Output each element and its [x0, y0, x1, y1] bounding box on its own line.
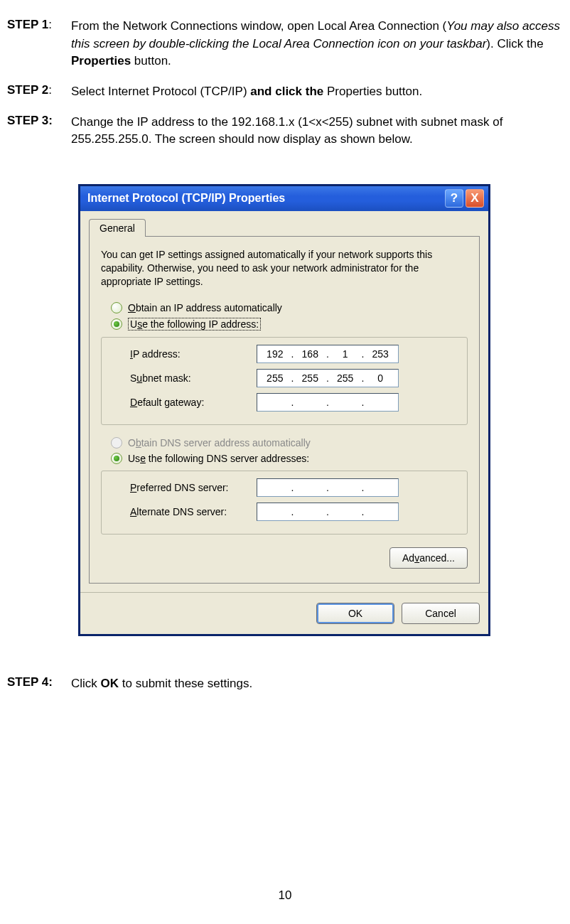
preferred-dns-row: Preferred DNS server: . . . — [112, 476, 457, 500]
step-1: STEP 1: From the Network Connections win… — [7, 18, 563, 70]
radio-icon — [111, 453, 122, 464]
ip-address-row: IP address: 192. 168. 1. 253 — [112, 342, 457, 366]
subnet-mask-row: Subnet mask: 255. 255. 255. 0 — [112, 366, 457, 390]
ip-dot: . — [291, 506, 294, 517]
tab-general[interactable]: General — [89, 219, 146, 237]
step-1-label: STEP 1: — [7, 18, 71, 32]
ip-dot: . — [326, 482, 329, 493]
dns-fields-group: Preferred DNS server: . . . Alternate DN… — [101, 471, 468, 534]
ip-fields-group: IP address: 192. 168. 1. 253 Subnet mask… — [101, 337, 468, 425]
window-title: Internet Protocol (TCP/IP) Properties — [87, 192, 445, 205]
radio-icon — [111, 302, 122, 313]
alternate-dns-label: Alternate DNS server: — [130, 506, 257, 517]
close-button[interactable]: X — [466, 189, 484, 208]
step-4: STEP 4: Click OK to submit these setting… — [7, 675, 563, 693]
preferred-dns-input[interactable]: . . . — [257, 478, 399, 497]
alternate-dns-row: Alternate DNS server: . . . — [112, 500, 457, 524]
text-b: Properties button. — [327, 85, 422, 98]
mask-seg-1: 255 — [259, 372, 291, 384]
text-bold: and click the — [250, 85, 327, 98]
text-a: From the Network Connections window, ope… — [71, 19, 446, 33]
ip-radio-group: Obtain an IP address automatically Use t… — [101, 300, 468, 333]
step-3: STEP 3: Change the IP address to the 192… — [7, 114, 563, 149]
text-b: ). Click the — [486, 37, 543, 50]
screenshot-tcpip-properties: Internet Protocol (TCP/IP) Properties ? … — [78, 184, 490, 636]
radio-label: Obtain DNS server address automatically — [128, 437, 311, 448]
step-4-label: STEP 4: — [7, 675, 71, 689]
ip-dot: . — [326, 397, 329, 408]
step-2-text: Select Internet Protocol (TCP/IP) and cl… — [71, 83, 563, 101]
help-button[interactable]: ? — [445, 189, 463, 208]
xp-window: Internet Protocol (TCP/IP) Properties ? … — [78, 184, 490, 636]
general-panel: You can get IP settings assigned automat… — [89, 236, 480, 584]
radio-use-following-dns[interactable]: Use the following DNS server addresses: — [101, 451, 468, 466]
radio-label: Obtain an IP address automatically — [128, 302, 282, 313]
default-gateway-label: Default gateway: — [130, 397, 257, 408]
ip-dot: . — [362, 506, 365, 517]
cancel-button[interactable]: Cancel — [402, 603, 480, 624]
radio-icon — [111, 318, 122, 330]
radio-obtain-dns-auto: Obtain DNS server address automatically — [101, 435, 468, 451]
ip-seg-3: 1 — [329, 348, 362, 360]
help-icon: ? — [451, 191, 458, 205]
mask-seg-4: 0 — [364, 372, 397, 384]
ip-seg-1: 192 — [259, 348, 291, 360]
tab-strip: General — [80, 211, 488, 236]
label-colon: : — [48, 83, 52, 97]
ip-address-input[interactable]: 192. 168. 1. 253 — [257, 345, 399, 363]
text-bold: Properties — [71, 54, 131, 68]
step-4-text: Click OK to submit these settings. — [71, 675, 563, 693]
xp-titlebar: Internet Protocol (TCP/IP) Properties ? … — [80, 184, 488, 211]
close-icon: X — [470, 191, 478, 205]
default-gateway-row: Default gateway: . . . — [112, 390, 457, 414]
step-2-label: STEP 2: — [7, 83, 71, 97]
ip-seg-4: 253 — [364, 348, 397, 360]
text-b: to submit these settings. — [119, 677, 252, 690]
advanced-button[interactable]: Advanced... — [389, 547, 468, 569]
radio-icon — [111, 437, 122, 448]
ip-dot: . — [291, 482, 294, 493]
mask-seg-2: 255 — [294, 372, 326, 384]
preferred-dns-label: Preferred DNS server: — [130, 482, 257, 493]
label-text: STEP 2 — [7, 83, 48, 97]
ok-button[interactable]: OK — [316, 603, 394, 624]
step-3-label: STEP 3: — [7, 114, 71, 128]
label-text: STEP 1 — [7, 18, 48, 31]
mask-seg-3: 255 — [329, 372, 362, 384]
ip-dot: . — [326, 506, 329, 517]
step-3-text: Change the IP address to the 192.168.1.x… — [71, 114, 563, 149]
advanced-button-row: Advanced... — [101, 544, 468, 574]
radio-obtain-ip-auto[interactable]: Obtain an IP address automatically — [101, 300, 468, 316]
ip-address-label: IP address: — [130, 348, 257, 360]
text-a: Click — [71, 677, 101, 690]
step-2: STEP 2: Select Internet Protocol (TCP/IP… — [7, 83, 563, 101]
default-gateway-input[interactable]: . . . — [257, 393, 399, 412]
subnet-mask-label: Subnet mask: — [130, 372, 257, 384]
titlebar-buttons: ? X — [445, 189, 484, 208]
ip-dot: . — [291, 397, 294, 408]
page-number: 10 — [7, 888, 563, 903]
ip-dot: . — [362, 482, 365, 493]
dns-radio-group: Obtain DNS server address automatically … — [101, 435, 468, 466]
ip-seg-2: 168 — [294, 348, 326, 360]
step-1-text: From the Network Connections window, ope… — [71, 18, 563, 70]
radio-use-following-ip[interactable]: Use the following IP address: — [101, 316, 468, 333]
label-colon: : — [48, 18, 52, 31]
radio-label: Use the following DNS server addresses: — [128, 453, 309, 464]
alternate-dns-input[interactable]: . . . — [257, 503, 399, 521]
radio-label: Use the following IP address: — [128, 318, 261, 331]
text-a: Select Internet Protocol (TCP/IP) — [71, 85, 250, 98]
text-c: button. — [131, 54, 171, 68]
description-text: You can get IP settings assigned automat… — [101, 248, 468, 289]
subnet-mask-input[interactable]: 255. 255. 255. 0 — [257, 369, 399, 387]
text-bold: OK — [101, 677, 119, 690]
ip-dot: . — [362, 397, 365, 408]
dialog-bottom-buttons: OK Cancel — [80, 592, 488, 634]
